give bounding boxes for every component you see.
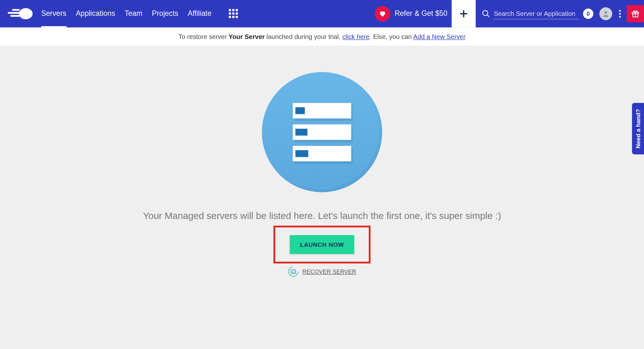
- user-avatar[interactable]: [599, 7, 612, 20]
- empty-text: Your Managed servers will be listed here…: [0, 210, 644, 221]
- svg-rect-2: [8, 12, 20, 14]
- search-icon: [482, 9, 490, 18]
- nav-projects[interactable]: Projects: [152, 0, 178, 28]
- notification-count[interactable]: 0: [583, 9, 593, 19]
- svg-point-0: [19, 8, 33, 19]
- svg-rect-12: [292, 270, 295, 271]
- search-input[interactable]: [493, 8, 579, 19]
- restore-link[interactable]: click here: [342, 33, 369, 40]
- add-server-link[interactable]: Add a New Server: [413, 33, 465, 40]
- refer-button[interactable]: Refer & Get $50: [375, 6, 447, 22]
- more-menu[interactable]: [616, 7, 623, 20]
- topbar: Servers Applications Team Projects Affil…: [0, 0, 644, 28]
- svg-rect-1: [10, 15, 20, 16]
- apps-grid-icon[interactable]: [229, 9, 238, 18]
- brand-logo[interactable]: [8, 6, 33, 21]
- svg-point-6: [604, 11, 607, 14]
- launch-now-button[interactable]: LAUNCH NOW: [290, 235, 354, 254]
- restore-notice: To restore server Your Server launched d…: [0, 28, 644, 47]
- gift-icon: [631, 9, 640, 18]
- notice-text: To restore server Your Server launched d…: [179, 33, 465, 40]
- svg-rect-3: [12, 9, 20, 10]
- annotation-highlight: LAUNCH NOW: [274, 226, 370, 263]
- refer-label: Refer & Get $50: [395, 9, 447, 18]
- person-icon: [602, 10, 609, 17]
- nav-servers[interactable]: Servers: [41, 0, 66, 28]
- nav-team[interactable]: Team: [125, 0, 142, 28]
- nav-affiliate[interactable]: Affiliate: [188, 0, 212, 28]
- search: [482, 8, 578, 19]
- recover-server-link[interactable]: RECOVER SERVER: [302, 268, 356, 275]
- empty-state: Your Managed servers will be listed here…: [0, 46, 644, 277]
- gift-button[interactable]: [627, 5, 644, 22]
- primary-nav: Servers Applications Team Projects Affil…: [41, 0, 212, 28]
- help-side-tab[interactable]: Need a hand?: [632, 103, 644, 154]
- recover-server-row: RECOVER SERVER: [0, 266, 644, 277]
- nav-applications[interactable]: Applications: [76, 0, 115, 28]
- heart-icon: [375, 6, 390, 22]
- recover-icon: [288, 266, 299, 277]
- svg-rect-13: [292, 271, 295, 272]
- server-illustration: [262, 72, 382, 192]
- add-button[interactable]: [452, 0, 476, 28]
